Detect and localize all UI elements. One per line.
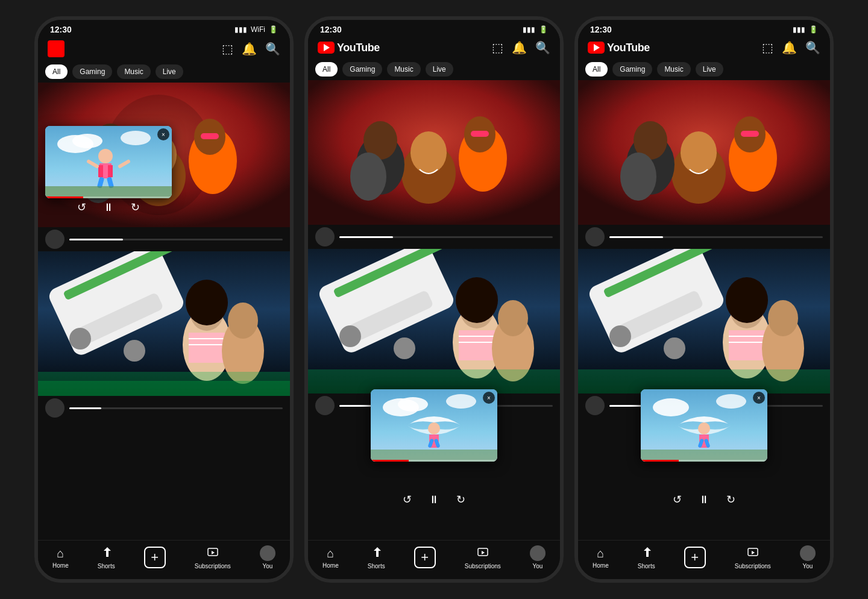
- forward-btn-3[interactable]: ↻: [726, 493, 735, 506]
- app-header-1: ⬚ 🔔 🔍: [38, 37, 290, 61]
- mini-progress-fill-3: [641, 460, 679, 462]
- chip-all[interactable]: All: [45, 64, 68, 79]
- mini-progress-bar-1: [45, 196, 172, 198]
- nav-home-3[interactable]: ⌂ Home: [593, 547, 609, 569]
- plus-btn-1[interactable]: +: [144, 547, 166, 568]
- svg-point-82: [620, 152, 656, 201]
- mini-player-2: ×: [371, 389, 497, 462]
- chip-live-3[interactable]: Live: [696, 62, 723, 77]
- mini-close-2[interactable]: ×: [483, 392, 495, 404]
- pause-btn-1[interactable]: ⏸: [103, 201, 114, 214]
- progress-fill-1: [69, 239, 123, 240]
- mini-thumb-1: [45, 126, 172, 198]
- forward-btn-2[interactable]: ↻: [456, 493, 465, 506]
- mini-controls-2: ↺ ⏸ ↻: [371, 493, 497, 506]
- nav-you-3[interactable]: You: [800, 545, 816, 569]
- chip-gaming-2[interactable]: Gaming: [342, 62, 382, 77]
- chip-gaming-3[interactable]: Gaming: [612, 62, 652, 77]
- nav-shorts-2[interactable]: Shorts: [368, 546, 385, 569]
- progress-dot-1: [45, 230, 64, 249]
- rewind-btn-2[interactable]: ↺: [403, 493, 412, 506]
- search-icon[interactable]: 🔍: [265, 42, 280, 56]
- nav-shorts-1[interactable]: Shorts: [98, 546, 115, 569]
- shorts-label-1: Shorts: [98, 563, 115, 569]
- mini-close-3[interactable]: ×: [753, 392, 765, 404]
- progress-dot-2a: [315, 227, 335, 246]
- cast-icon[interactable]: ⬚: [222, 42, 233, 56]
- progress-fill-2a: [339, 236, 393, 238]
- progress-dot-2: [45, 398, 64, 418]
- chip-live-2[interactable]: Live: [426, 62, 453, 77]
- rewind-btn-1[interactable]: ↺: [77, 201, 86, 214]
- nav-plus-1[interactable]: +: [144, 547, 166, 568]
- pause-btn-3[interactable]: ⏸: [699, 494, 709, 506]
- phone-3: 12:30 ▮▮▮ 🔋 YouTube ⬚ 🔔 🔍 All Gaming Mus…: [574, 16, 834, 583]
- search-icon-2[interactable]: 🔍: [535, 40, 550, 55]
- plus-btn-3[interactable]: +: [684, 547, 706, 568]
- video-thumb-3b[interactable]: [578, 249, 830, 394]
- svg-point-29: [121, 131, 151, 145]
- nav-shorts-3[interactable]: Shorts: [638, 546, 655, 569]
- video-card-3a: [578, 80, 830, 249]
- video-thumb-2a[interactable]: [308, 80, 560, 225]
- nav-home-1[interactable]: ⌂ Home: [52, 547, 69, 569]
- svg-point-52: [339, 325, 361, 347]
- svg-rect-81: [741, 131, 759, 137]
- mini-progress-fill-2: [371, 460, 409, 462]
- shorts-label-3: Shorts: [638, 563, 655, 569]
- chip-music-2[interactable]: Music: [387, 62, 420, 77]
- video-thumb-3a[interactable]: [578, 80, 830, 225]
- thumb-svg-2: [38, 251, 290, 396]
- nav-you-2[interactable]: You: [530, 545, 546, 569]
- chip-music-3[interactable]: Music: [657, 62, 690, 77]
- mini-close-1[interactable]: ×: [157, 128, 169, 140]
- battery-icon-3: 🔋: [809, 25, 818, 34]
- cast-icon-3[interactable]: ⬚: [762, 40, 773, 55]
- signal-icon: ▮▮▮: [234, 25, 247, 34]
- svg-point-42: [410, 131, 447, 174]
- rewind-btn-3[interactable]: ↺: [673, 493, 682, 506]
- chip-music[interactable]: Music: [117, 64, 150, 79]
- nav-subs-2[interactable]: Subscriptions: [465, 546, 501, 569]
- nav-home-2[interactable]: ⌂ Home: [322, 547, 339, 569]
- youtube-logo-3: YouTube: [588, 42, 650, 54]
- forward-btn-1[interactable]: ↻: [131, 201, 140, 214]
- svg-point-100: [716, 394, 746, 409]
- progress-dot-3a: [585, 227, 605, 246]
- chip-all-3[interactable]: All: [585, 62, 608, 77]
- search-icon-3[interactable]: 🔍: [805, 40, 820, 55]
- video-thumb-2b[interactable]: [308, 249, 560, 394]
- progress-line-2: [69, 407, 283, 409]
- svg-point-66: [398, 397, 428, 412]
- chip-gaming[interactable]: Gaming: [72, 64, 112, 79]
- chip-all-2[interactable]: All: [315, 62, 338, 77]
- category-bar-1: All Gaming Music Live: [38, 61, 290, 83]
- progress-fill-2b: [339, 405, 371, 407]
- battery-icon-2: 🔋: [539, 25, 548, 34]
- phone-1: 12:30 ▮▮▮ WiFi 🔋 ⬚ 🔔 🔍 All Gaming Music …: [34, 16, 294, 583]
- nav-subs-3[interactable]: Subscriptions: [735, 546, 771, 569]
- home-label-1: Home: [52, 562, 69, 569]
- plus-btn-2[interactable]: +: [414, 547, 436, 568]
- nav-you-1[interactable]: You: [260, 545, 275, 569]
- chip-live[interactable]: Live: [156, 64, 183, 79]
- bell-icon-3[interactable]: 🔔: [782, 40, 797, 55]
- bell-icon-2[interactable]: 🔔: [512, 40, 527, 55]
- mini-progress-fill-1: [45, 196, 83, 198]
- cast-icon-2[interactable]: ⬚: [492, 40, 503, 55]
- progress-line-2a: [339, 236, 553, 238]
- nav-subs-1[interactable]: Subscriptions: [195, 546, 231, 569]
- status-bar-1: 12:30 ▮▮▮ WiFi 🔋: [38, 20, 290, 37]
- pause-btn-2[interactable]: ⏸: [429, 494, 439, 506]
- video-thumb-2[interactable]: [38, 251, 290, 396]
- bell-icon[interactable]: 🔔: [242, 42, 257, 56]
- nav-plus-2[interactable]: +: [414, 547, 436, 568]
- you-avatar-2: [530, 545, 546, 561]
- thumb-svg-3a: [578, 80, 830, 225]
- app-header-2: YouTube ⬚ 🔔 🔍: [308, 37, 560, 58]
- feed-1: × ↺ ⏸ ↻: [38, 83, 290, 540]
- battery-icon: 🔋: [269, 25, 278, 34]
- svg-rect-19: [189, 333, 225, 363]
- home-label-2: Home: [322, 562, 339, 569]
- nav-plus-3[interactable]: +: [684, 547, 706, 568]
